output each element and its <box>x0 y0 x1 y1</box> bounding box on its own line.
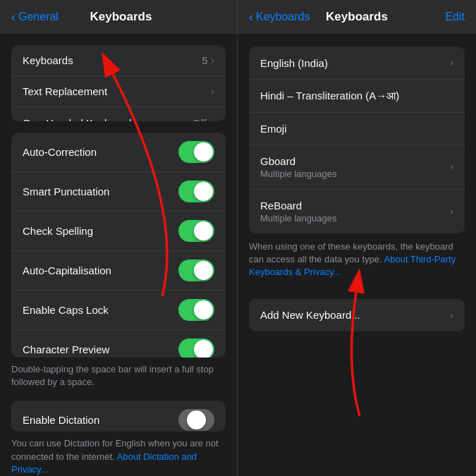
keyboard-hindi[interactable]: Hindi – Transliteration (A→आ) <box>249 80 465 113</box>
check-spelling-label: Check Spelling <box>23 225 178 237</box>
text-replacement-row[interactable]: Text Replacement › <box>11 76 226 107</box>
enable-dictation-label: Enable Dictation <box>23 414 178 426</box>
keyboard-hindi-title: Hindi – Transliteration (A→आ) <box>260 90 453 102</box>
text-replacement-chevron-icon: › <box>211 85 214 98</box>
enable-caps-lock-toggle[interactable] <box>178 299 214 321</box>
dictation-footer: You can use Dictation for English when y… <box>0 432 237 476</box>
keyboard-emoji[interactable]: Emoji <box>249 113 465 145</box>
keyboards-label: Keyboards <box>23 54 202 66</box>
keyboard-list-group: English (India) › Hindi – Transliteratio… <box>249 47 465 233</box>
keyboard-reboard-title: ReBoard <box>260 200 450 212</box>
one-handed-row[interactable]: One-Handed Keyboard Off › <box>11 107 226 121</box>
auto-correction-toggle[interactable] <box>178 141 214 163</box>
shortcut-footer: Double-tapping the space bar will insert… <box>0 358 237 389</box>
keyboard-gboard[interactable]: Gboard Multiple languages › <box>249 145 465 190</box>
add-new-keyboard-row[interactable]: Add New Keyboard... › <box>249 299 465 331</box>
auto-correction-label: Auto-Correction <box>23 146 178 158</box>
top-section-group: Keyboards 5 › Text Replacement › One-Han… <box>11 45 226 121</box>
right-back-chevron-icon: ‹ <box>249 10 253 25</box>
dictation-section-group: Enable Dictation <box>11 401 226 432</box>
one-handed-chevron-icon: › <box>211 116 214 121</box>
character-preview-toggle[interactable] <box>178 338 214 358</box>
smart-punctuation-label: Smart Punctuation <box>23 185 178 197</box>
keyboard-reboard-subtitle: Multiple languages <box>260 213 450 224</box>
text-replacement-label: Text Replacement <box>23 85 211 97</box>
right-panel: ‹ Keyboards Keyboards Edit English (Indi… <box>238 0 476 476</box>
add-keyboard-group: Add New Keyboard... › <box>249 299 465 331</box>
left-back-chevron-icon: ‹ <box>11 10 16 25</box>
keyboard-gboard-title: Gboard <box>260 155 450 167</box>
keyboard-english-india-title: English (India) <box>260 57 450 69</box>
third-party-notice: When using one of these keyboards, the k… <box>238 233 476 286</box>
keyboard-gboard-subtitle: Multiple languages <box>260 169 450 179</box>
auto-capitalisation-toggle[interactable] <box>178 260 214 281</box>
check-spelling-row: Check Spelling <box>11 212 226 251</box>
smart-punctuation-row: Smart Punctuation <box>11 172 226 212</box>
right-back-label: Keyboards <box>256 11 310 23</box>
keyboard-emoji-title: Emoji <box>260 123 453 135</box>
right-back-button[interactable]: ‹ Keyboards <box>249 10 310 25</box>
keyboards-row[interactable]: Keyboards 5 › <box>11 45 226 76</box>
left-panel: ‹ General Keyboards Keyboards 5 › Text R… <box>0 0 238 476</box>
left-nav-bar: ‹ General Keyboards <box>0 0 237 34</box>
toggles-section-group: Auto-Correction Smart Punctuation Check … <box>11 133 226 358</box>
right-nav-title: Keyboards <box>326 10 388 24</box>
keyboard-reboard[interactable]: ReBoard Multiple languages › <box>249 190 465 233</box>
enable-caps-lock-row: Enable Caps Lock <box>11 291 226 330</box>
add-keyboard-chevron-icon: › <box>450 309 453 322</box>
check-spelling-toggle[interactable] <box>178 220 214 242</box>
left-back-label: General <box>18 11 59 23</box>
character-preview-label: Character Preview <box>23 343 178 355</box>
auto-capitalisation-label: Auto-Capitalisation <box>23 264 178 276</box>
keyboard-reboard-chevron-icon: › <box>450 205 453 218</box>
enable-dictation-toggle[interactable] <box>178 409 214 431</box>
keyboard-english-india-chevron-icon: › <box>450 56 453 69</box>
auto-capitalisation-row: Auto-Capitalisation <box>11 251 226 291</box>
right-nav-bar: ‹ Keyboards Keyboards Edit <box>238 0 476 34</box>
enable-caps-lock-label: Enable Caps Lock <box>23 304 178 316</box>
right-edit-button[interactable]: Edit <box>445 11 465 23</box>
character-preview-row: Character Preview <box>11 330 226 358</box>
auto-correction-row: Auto-Correction <box>11 133 226 172</box>
left-back-button[interactable]: ‹ General <box>11 10 59 25</box>
enable-dictation-row: Enable Dictation <box>11 401 226 432</box>
left-nav-title: Keyboards <box>90 10 152 24</box>
keyboards-chevron-icon: › <box>211 54 214 67</box>
smart-punctuation-toggle[interactable] <box>178 181 214 202</box>
keyboard-english-india[interactable]: English (India) › <box>249 47 465 80</box>
keyboard-gboard-chevron-icon: › <box>450 161 453 173</box>
add-new-keyboard-label: Add New Keyboard... <box>260 309 450 321</box>
keyboards-count: 5 <box>202 54 207 66</box>
